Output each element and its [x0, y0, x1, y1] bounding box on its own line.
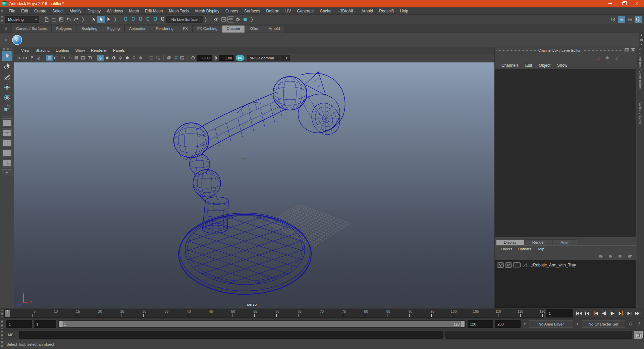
group-expand-icon[interactable]: ❭ [249, 17, 255, 22]
shelf-tab[interactable]: Arnold [264, 25, 284, 33]
timeline-tick[interactable]: 105 [454, 309, 476, 317]
attribute-editor-toggle-icon[interactable] [626, 16, 634, 23]
render-view-icon[interactable] [213, 16, 220, 23]
menu-item[interactable]: Surfaces [241, 8, 263, 14]
xray-active-icon[interactable] [179, 55, 185, 61]
hyperbolic-pencil-icon[interactable] [613, 55, 620, 61]
go-to-end-button[interactable] [634, 310, 641, 317]
layer-editor-menu-item[interactable]: Layers [498, 247, 515, 251]
layer-display-type-swatch[interactable] [513, 262, 521, 267]
timeline-tick[interactable]: 30 [121, 309, 144, 317]
menu-item[interactable]: Help [397, 8, 411, 14]
bookmark-icon[interactable] [29, 55, 35, 61]
shelf-tab[interactable]: Animation [124, 25, 151, 33]
shelf-tab[interactable]: Rigging [102, 25, 124, 33]
timeline-tick[interactable]: 115 [498, 309, 521, 317]
move-tool[interactable] [2, 82, 12, 92]
single-pane-layout-button[interactable] [2, 118, 12, 127]
character-set-button[interactable]: No Character Set [582, 320, 625, 328]
panel-menu-item[interactable]: Show [72, 48, 88, 53]
panel-menu-item[interactable]: Panels [110, 48, 128, 53]
modeling-toolkit-icon[interactable] [609, 16, 617, 23]
step-back-frame-button[interactable] [584, 310, 591, 317]
menu-item[interactable]: Generate [294, 8, 317, 14]
layer-editor-tab[interactable]: Anim [553, 239, 577, 245]
menu-item[interactable]: Display [85, 8, 104, 14]
panel-drag-handle[interactable] [582, 50, 623, 51]
menu-item[interactable]: Mesh Display [192, 8, 222, 14]
persp-graph-layout-button[interactable] [2, 149, 12, 157]
channel-box-menu-item[interactable]: Show [554, 63, 571, 68]
shelf-tab[interactable]: Curves / Surfaces [11, 25, 51, 33]
channel-box-content[interactable] [495, 69, 636, 237]
textured-display-icon[interactable] [124, 55, 130, 61]
smooth-shade-icon[interactable] [104, 55, 110, 61]
timeline-tick[interactable]: 55 [232, 309, 255, 317]
menu-item[interactable]: Deform [263, 8, 282, 14]
bounding-box-icon[interactable] [117, 55, 124, 61]
sidebar-tab-attribute-editor[interactable]: Attribute Editor [639, 102, 642, 124]
timeline-tick[interactable]: 5 [11, 309, 33, 317]
snap-to-view-plane-icon[interactable] [152, 16, 159, 23]
channel-box-menu-item[interactable]: Edit [522, 63, 536, 68]
shelf-gear-icon[interactable] [3, 37, 9, 43]
layer-playback-toggle[interactable]: P [505, 262, 512, 268]
channel-box-menu-item[interactable]: Object [535, 63, 554, 68]
live-surface-field[interactable]: No Live Surface [166, 16, 203, 23]
xray-joints-icon[interactable] [172, 55, 179, 61]
scroll-up-icon[interactable]: ▲ [640, 34, 643, 37]
rangebar-drag-handle[interactable] [1, 319, 4, 329]
timeline-tick[interactable]: 40 [166, 309, 188, 317]
snap-to-curve-icon[interactable] [129, 16, 137, 23]
toolbar-drag-handle[interactable] [1, 16, 4, 23]
menu-item[interactable]: Modify [66, 8, 84, 14]
chevron-down-icon[interactable]: ▼ [523, 322, 527, 326]
toolbox-drag-handle[interactable] [3, 48, 11, 50]
animation-end-field[interactable]: 200 [495, 320, 521, 328]
command-input-field[interactable] [19, 331, 443, 339]
safe-action-icon[interactable] [80, 55, 86, 61]
menu-item[interactable]: Mesh [126, 8, 142, 14]
current-time-field[interactable]: 1 [546, 309, 573, 317]
layer-editor-tab[interactable]: Render [525, 239, 553, 245]
helpline-drag-handle[interactable] [1, 341, 4, 348]
shelf-tab[interactable]: Polygons [51, 25, 76, 33]
minimize-button[interactable] [608, 1, 612, 6]
command-language-toggle[interactable]: MEL [6, 333, 17, 337]
speed-state-icon[interactable] [604, 55, 610, 61]
menu-item[interactable]: UV [282, 8, 294, 14]
shelf-tab[interactable]: XGen [245, 25, 264, 33]
menu-item[interactable]: Create [31, 8, 49, 14]
group-expand-icon[interactable]: ❭ [80, 17, 86, 22]
save-scene-icon[interactable] [58, 16, 65, 23]
go-to-start-button[interactable] [575, 310, 583, 317]
snap-to-projected-center-icon[interactable] [144, 16, 152, 23]
timeline-ruler[interactable]: 1 5 10 15 [4, 309, 544, 318]
safe-title-icon[interactable] [87, 55, 93, 61]
color-space-dropdown[interactable]: sRGB gamma ▼ [247, 55, 290, 61]
paint-select-tool[interactable] [2, 72, 12, 82]
select-camera-icon[interactable] [15, 55, 22, 61]
outliner-persp-layout-button[interactable] [2, 139, 12, 147]
playback-loop-icon[interactable] [627, 321, 634, 327]
ipr-render-icon[interactable]: IPR [227, 16, 234, 22]
playback-range[interactable]: 1 120 [59, 321, 465, 327]
playback-end-field[interactable]: 120 [468, 320, 493, 328]
open-scene-icon[interactable] [50, 16, 58, 23]
close-button[interactable]: × [635, 1, 639, 6]
menu-item[interactable]: Edit Mesh [142, 8, 166, 14]
create-empty-layer-icon[interactable] [617, 253, 624, 259]
script-editor-icon[interactable]: •••{;} [634, 331, 643, 339]
panel-restore-icon[interactable]: ❐ [625, 48, 629, 52]
grid-toggle-icon[interactable] [46, 55, 53, 61]
timeline-tick[interactable]: 85 [365, 309, 387, 317]
snap-to-grid-icon[interactable] [122, 16, 129, 23]
scale-tool[interactable] [2, 103, 12, 113]
step-forward-key-button[interactable] [617, 310, 625, 317]
animation-start-field[interactable]: 1 [6, 320, 32, 328]
resolution-gate-icon[interactable] [60, 55, 66, 61]
custom-shelf-item-icon[interactable]: ✓ [12, 35, 22, 45]
color-management-toggle[interactable]: ON [236, 55, 245, 61]
timeline-tick[interactable]: 50 [210, 309, 232, 317]
shelf-menu-icon[interactable]: ≡ [3, 25, 9, 32]
